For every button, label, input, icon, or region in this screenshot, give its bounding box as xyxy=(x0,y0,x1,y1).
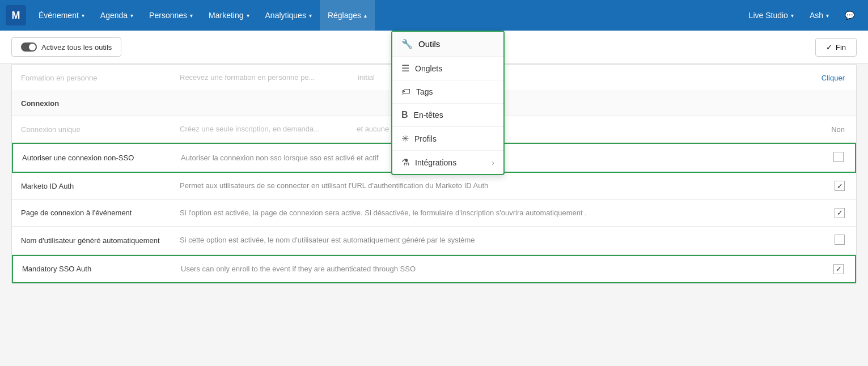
chevron-down-icon: ▾ xyxy=(791,12,794,19)
nav-item-chat[interactable]: 💬 xyxy=(837,0,862,31)
dropdown-header: 🔧 Outils xyxy=(392,32,503,57)
row-action xyxy=(788,96,856,112)
row-desc: Permet aux utilisateurs de se connecter … xyxy=(171,173,788,199)
checkmark-icon: ✓ xyxy=(826,43,832,52)
checkbox[interactable] xyxy=(833,264,844,274)
dropdown-item-tags[interactable]: 🏷 Tags xyxy=(392,80,503,104)
chevron-down-icon: ▾ xyxy=(247,12,249,19)
nav-item-evenement[interactable]: Événement ▾ xyxy=(31,0,92,31)
table-row: Page de connexion à l'événement Si l'opt… xyxy=(12,200,856,227)
row-name: Autoriser une connexion non-SSO xyxy=(13,146,172,170)
row-action[interactable] xyxy=(788,200,856,226)
brand-logo[interactable]: M xyxy=(6,5,26,25)
row-name: Formation en personne xyxy=(12,66,171,90)
row-action[interactable] xyxy=(788,227,856,254)
row-name: Connexion xyxy=(12,91,171,116)
wrench-icon: 🔧 xyxy=(401,39,413,49)
chevron-down-icon: ▾ xyxy=(190,12,193,19)
row-desc: Si cette option est activée, le nom d'ut… xyxy=(171,227,788,253)
row-name: Page de connexion à l'événement xyxy=(12,201,171,225)
row-desc: Si l'option est activée, la page de conn… xyxy=(171,200,788,226)
nav-item-ash[interactable]: Ash ▾ xyxy=(802,0,837,31)
chevron-down-icon: ▾ xyxy=(309,12,312,19)
chevron-down-icon: ▾ xyxy=(130,12,133,19)
checkbox[interactable] xyxy=(835,208,845,218)
fin-button[interactable]: ✓ Fin xyxy=(815,38,857,57)
toggle-icon xyxy=(21,42,37,52)
row-name: Mandatory SSO Auth xyxy=(13,257,172,281)
bold-icon: B xyxy=(401,110,408,120)
navbar: M Événement ▾ Agenda ▾ Personnes ▾ Marke… xyxy=(0,0,868,31)
chevron-up-icon: ▴ xyxy=(364,12,367,19)
row-status: Non xyxy=(788,117,856,142)
row-action[interactable] xyxy=(788,173,856,199)
nav-right: Live Studio ▾ Ash ▾ 💬 xyxy=(741,0,862,31)
row-name: Connexion unique xyxy=(12,117,171,142)
dropdown-item-profils[interactable]: ✳ Profils xyxy=(392,127,503,151)
row-name: Nom d'utilisateur généré automatiquement xyxy=(12,228,171,253)
row-action[interactable]: Cliquer xyxy=(788,65,856,90)
nav-item-marketing[interactable]: Marketing ▾ xyxy=(201,0,257,31)
nav-item-personnes[interactable]: Personnes ▾ xyxy=(141,0,201,31)
nav-item-agenda[interactable]: Agenda ▾ xyxy=(92,0,141,31)
row-name: Marketo ID Auth xyxy=(12,174,171,198)
dropdown-menu: 🔧 Outils ☰ Onglets 🏷 Tags B En-têtes ✳ P… xyxy=(391,31,505,175)
row-desc: Users can only enroll to the event if th… xyxy=(172,256,787,282)
profils-icon: ✳ xyxy=(401,133,409,144)
nav-item-analytiques[interactable]: Analytiques ▾ xyxy=(257,0,320,31)
checkbox[interactable] xyxy=(833,152,844,162)
table-row: Mandatory SSO Auth Users can only enroll… xyxy=(12,255,856,283)
row-action[interactable] xyxy=(787,256,855,282)
checkbox[interactable] xyxy=(835,235,845,245)
checkbox[interactable] xyxy=(835,181,845,191)
chevron-down-icon: ▾ xyxy=(826,12,829,19)
row-action[interactable] xyxy=(787,144,855,172)
nav-item-reglages[interactable]: Réglages ▴ xyxy=(320,0,375,31)
cliquer-link[interactable]: Cliquer xyxy=(822,74,845,82)
tags-icon: 🏷 xyxy=(401,87,410,97)
dropdown-item-en-tetes[interactable]: B En-têtes xyxy=(392,104,503,127)
table-row: Marketo ID Auth Permet aux utilisateurs … xyxy=(12,173,856,199)
onglets-icon: ☰ xyxy=(401,63,409,74)
table-row: Nom d'utilisateur généré automatiquement… xyxy=(12,227,856,255)
activate-all-tools-button[interactable]: Activez tous les outils xyxy=(11,37,121,57)
dropdown-item-onglets[interactable]: ☰ Onglets xyxy=(392,57,503,80)
integrations-icon: ⚗ xyxy=(401,157,409,168)
dropdown-item-integrations[interactable]: ⚗ Intégrations › xyxy=(392,151,503,174)
chevron-down-icon: ▾ xyxy=(82,12,84,19)
chevron-right-icon: › xyxy=(492,158,494,167)
nav-item-live-studio[interactable]: Live Studio ▾ xyxy=(741,0,802,31)
